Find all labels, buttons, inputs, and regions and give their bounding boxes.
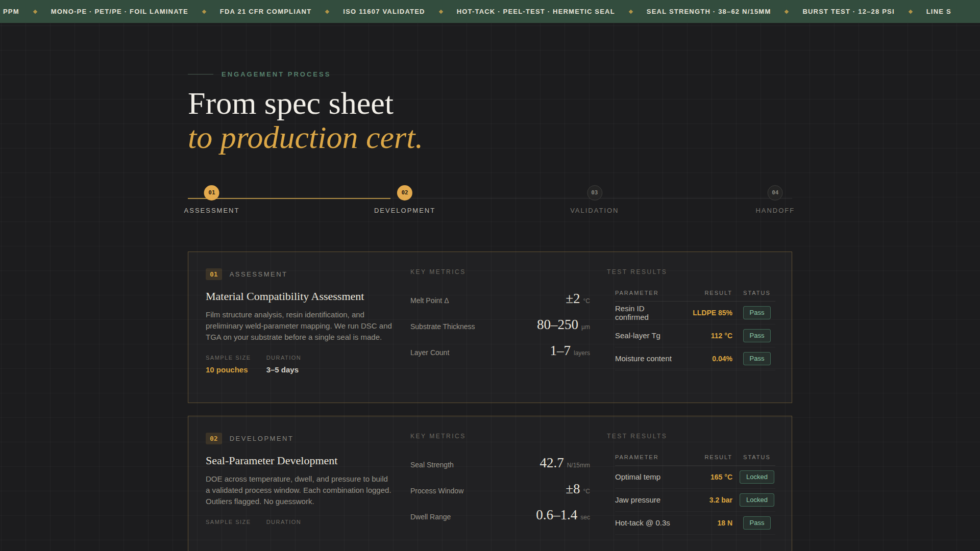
sample-size-block: SAMPLE SIZE <box>206 519 251 530</box>
result-parameter: Hot-tack @ 0.3s <box>615 518 677 527</box>
result-status-cell: Locked <box>739 470 775 484</box>
key-metrics-column: KEY METRICS Seal Strength 42.7N/15mm Pro… <box>410 433 590 550</box>
step-validation[interactable]: 03 VALIDATION <box>570 185 619 214</box>
ticker-item: BURST TEST · 12–28 PSI <box>802 8 894 15</box>
result-parameter: Seal-layer Tg <box>615 331 677 340</box>
metric-label: Substrate Thickness <box>410 322 475 331</box>
result-status-cell: Locked <box>739 493 775 507</box>
duration-label: DURATION <box>266 355 302 361</box>
step-number: 01 <box>204 185 219 201</box>
sample-size-block: SAMPLE SIZE 10 pouches <box>206 355 251 374</box>
column-header-parameter: PARAMETER <box>615 290 677 296</box>
result-parameter: Moisture content <box>615 354 677 363</box>
phase-meta: SAMPLE SIZE DURATION <box>206 519 394 530</box>
diamond-separator-icon <box>325 9 329 13</box>
table-row: Hot-tack @ 0.3s 18 N Pass <box>615 512 775 535</box>
metric-label: Melt Point Δ <box>410 296 449 305</box>
ticker-item: PPM <box>3 8 19 15</box>
step-development[interactable]: 02 DEVELOPMENT <box>374 185 435 214</box>
table-row: Jaw pressure 3.2 bar Locked <box>615 489 775 512</box>
diamond-separator-icon <box>785 9 789 13</box>
diamond-separator-icon <box>202 9 206 13</box>
step-label: HANDOFF <box>755 207 795 214</box>
diamond-separator-icon <box>33 9 37 13</box>
result-value: LLDPE 85% <box>683 309 732 317</box>
test-results-column: TEST RESULTS PARAMETER RESULT STATUS Res… <box>607 268 775 386</box>
status-badge: Locked <box>740 470 774 484</box>
column-header-status: STATUS <box>739 454 775 460</box>
test-results-heading: TEST RESULTS <box>607 268 775 276</box>
phase-card-header: 01 ASSESSMENT <box>206 268 394 280</box>
phase-number-badge: 02 <box>206 433 222 444</box>
metric-unit: °C <box>583 297 590 305</box>
phase-number-badge: 01 <box>206 268 222 280</box>
diamond-separator-icon <box>908 9 912 13</box>
result-status-cell: Pass <box>739 516 775 530</box>
main-content: ENGAGEMENT PROCESS From spec sheet to pr… <box>188 23 792 551</box>
sample-size-label: SAMPLE SIZE <box>206 355 251 361</box>
metric-row: Dwell Range 0.6–1.4sec <box>410 502 590 528</box>
metric-label: Dwell Range <box>410 513 451 521</box>
ticker-item: MONO-PE · PET/PE · FOIL LAMINATE <box>51 8 188 15</box>
ticker-item: ISO 11607 VALIDATED <box>343 8 425 15</box>
duration-block: DURATION <box>266 519 302 530</box>
result-value: 165 °C <box>683 473 732 481</box>
result-parameter: Jaw pressure <box>615 495 677 504</box>
status-badge: Pass <box>743 352 771 365</box>
test-results-column: TEST RESULTS PARAMETER RESULT STATUS Opt… <box>607 433 775 550</box>
ticker-item: SEAL STRENGTH · 38–62 N/15MM <box>647 8 771 15</box>
key-metrics-column: KEY METRICS Melt Point Δ ±2°C Substrate … <box>410 268 590 386</box>
metric-unit: µm <box>581 323 590 331</box>
metric-value: 80–250µm <box>537 317 590 333</box>
metric-unit: N/15mm <box>567 462 590 469</box>
metric-number: 80–250 <box>537 317 578 332</box>
status-badge: Pass <box>743 516 771 530</box>
step-assessment[interactable]: 01 ASSESSMENT <box>184 185 240 214</box>
phase-card-header: 02 DEVELOPMENT <box>206 433 394 444</box>
step-label: VALIDATION <box>570 207 619 214</box>
metric-unit: sec <box>580 514 590 521</box>
metric-number: 0.6–1.4 <box>536 507 577 522</box>
metric-value: 1–7layers <box>550 343 590 359</box>
key-metrics-list: Seal Strength 42.7N/15mm Process Window … <box>410 450 590 528</box>
step-handoff[interactable]: 04 HANDOFF <box>755 185 795 214</box>
metric-row: Substrate Thickness 80–250µm <box>410 312 590 338</box>
metric-number: ±8 <box>566 481 580 496</box>
metric-value: ±2°C <box>566 291 590 307</box>
metric-value: 0.6–1.4sec <box>536 507 590 523</box>
result-status-cell: Pass <box>739 306 775 319</box>
duration-block: DURATION 3–5 days <box>266 355 302 374</box>
metric-label: Layer Count <box>410 348 449 357</box>
key-metrics-heading: KEY METRICS <box>410 268 590 276</box>
phase-description: Film structure analysis, resin identific… <box>206 309 394 343</box>
duration-value: 3–5 days <box>266 365 302 374</box>
section-eyebrow: ENGAGEMENT PROCESS <box>188 70 792 78</box>
test-results-table: PARAMETER RESULT STATUS Optimal temp 165… <box>607 448 775 535</box>
step-number: 03 <box>587 185 602 201</box>
phase-title: Material Compatibility Assessment <box>206 290 394 303</box>
result-status-cell: Pass <box>739 352 775 365</box>
phase-name-label: ASSESSMENT <box>230 270 288 278</box>
phase-card-development: 02 DEVELOPMENT Seal-Parameter Developmen… <box>188 416 792 551</box>
phase-meta: SAMPLE SIZE 10 pouches DURATION 3–5 days <box>206 355 394 374</box>
test-results-table: PARAMETER RESULT STATUS Resin ID confirm… <box>607 284 775 370</box>
eyebrow-label: ENGAGEMENT PROCESS <box>222 70 331 78</box>
result-value: 3.2 bar <box>683 496 732 504</box>
phase-description: DOE across temperature, dwell, and press… <box>206 473 394 507</box>
ticker-item: LINE S <box>926 8 951 15</box>
column-header-parameter: PARAMETER <box>615 454 677 460</box>
phase-cards: 01 ASSESSMENT Material Compatibility Ass… <box>188 252 792 551</box>
metric-number: ±2 <box>566 291 580 306</box>
table-row: Resin ID confirmed LLDPE 85% Pass <box>615 302 775 324</box>
results-header-row: PARAMETER RESULT STATUS <box>615 284 775 302</box>
metric-number: 1–7 <box>550 343 571 358</box>
phase-info-column: 01 ASSESSMENT Material Compatibility Ass… <box>206 268 394 386</box>
metric-unit: °C <box>583 488 590 495</box>
result-parameter: Optimal temp <box>615 472 677 481</box>
page-title-line1: From spec sheet <box>188 86 394 120</box>
key-metrics-list: Melt Point Δ ±2°C Substrate Thickness 80… <box>410 286 590 364</box>
metric-row: Seal Strength 42.7N/15mm <box>410 450 590 476</box>
result-parameter: Resin ID confirmed <box>615 304 677 321</box>
eyebrow-rule <box>188 74 213 74</box>
status-badge: Pass <box>743 306 771 319</box>
